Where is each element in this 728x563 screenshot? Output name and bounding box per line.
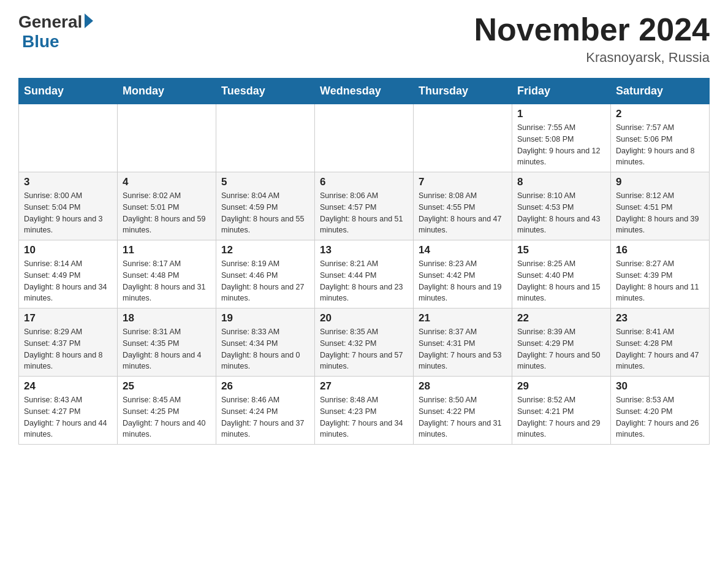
weekday-header-friday: Friday	[512, 79, 611, 104]
logo-blue: Blue	[22, 32, 59, 52]
calendar-week-5: 24Sunrise: 8:43 AMSunset: 4:27 PMDayligh…	[19, 377, 710, 445]
calendar-cell: 13Sunrise: 8:21 AMSunset: 4:44 PMDayligh…	[315, 240, 414, 308]
day-number: 20	[320, 312, 408, 324]
calendar-cell: 8Sunrise: 8:10 AMSunset: 4:53 PMDaylight…	[512, 172, 611, 240]
day-number: 10	[24, 244, 112, 256]
day-info: Sunrise: 8:52 AMSunset: 4:21 PMDaylight:…	[517, 394, 605, 440]
calendar-cell: 17Sunrise: 8:29 AMSunset: 4:37 PMDayligh…	[19, 308, 118, 377]
day-info: Sunrise: 8:29 AMSunset: 4:37 PMDaylight:…	[24, 326, 112, 372]
day-info: Sunrise: 7:57 AMSunset: 5:06 PMDaylight:…	[616, 122, 704, 168]
day-info: Sunrise: 8:39 AMSunset: 4:29 PMDaylight:…	[517, 326, 605, 372]
calendar-cell: 12Sunrise: 8:19 AMSunset: 4:46 PMDayligh…	[216, 240, 315, 308]
day-info: Sunrise: 8:19 AMSunset: 4:46 PMDaylight:…	[221, 258, 309, 304]
calendar-table: SundayMondayTuesdayWednesdayThursdayFrid…	[18, 78, 710, 445]
day-number: 7	[419, 176, 507, 188]
day-info: Sunrise: 8:53 AMSunset: 4:20 PMDaylight:…	[616, 394, 704, 440]
calendar-cell	[414, 104, 512, 172]
calendar-cell: 26Sunrise: 8:46 AMSunset: 4:24 PMDayligh…	[216, 377, 315, 445]
day-number: 25	[123, 380, 211, 393]
day-number: 30	[616, 380, 704, 393]
calendar-week-3: 10Sunrise: 8:14 AMSunset: 4:49 PMDayligh…	[19, 240, 710, 308]
day-number: 28	[419, 380, 507, 393]
calendar-cell: 15Sunrise: 8:25 AMSunset: 4:40 PMDayligh…	[512, 240, 611, 308]
day-number: 27	[320, 380, 408, 393]
day-number: 5	[221, 176, 309, 188]
calendar-cell: 10Sunrise: 8:14 AMSunset: 4:49 PMDayligh…	[19, 240, 118, 308]
day-number: 19	[221, 312, 309, 324]
day-info: Sunrise: 8:08 AMSunset: 4:55 PMDaylight:…	[419, 190, 507, 236]
calendar-cell: 29Sunrise: 8:52 AMSunset: 4:21 PMDayligh…	[512, 377, 611, 445]
day-info: Sunrise: 8:17 AMSunset: 4:48 PMDaylight:…	[123, 258, 211, 304]
day-number: 29	[517, 380, 605, 393]
day-info: Sunrise: 8:48 AMSunset: 4:23 PMDaylight:…	[320, 394, 408, 440]
day-info: Sunrise: 8:12 AMSunset: 4:51 PMDaylight:…	[616, 190, 704, 236]
calendar-cell: 25Sunrise: 8:45 AMSunset: 4:25 PMDayligh…	[118, 377, 216, 445]
weekday-header-wednesday: Wednesday	[315, 79, 414, 104]
day-number: 6	[320, 176, 408, 188]
day-number: 11	[123, 244, 211, 256]
weekday-header-tuesday: Tuesday	[216, 79, 315, 104]
day-info: Sunrise: 8:46 AMSunset: 4:24 PMDaylight:…	[221, 394, 309, 440]
calendar-cell: 21Sunrise: 8:37 AMSunset: 4:31 PMDayligh…	[414, 308, 512, 377]
page-header: General Blue November 2024 Krasnoyarsk, …	[18, 12, 710, 66]
day-info: Sunrise: 8:45 AMSunset: 4:25 PMDaylight:…	[123, 394, 211, 440]
day-info: Sunrise: 8:14 AMSunset: 4:49 PMDaylight:…	[24, 258, 112, 304]
weekday-header-monday: Monday	[118, 79, 216, 104]
day-number: 4	[123, 176, 211, 188]
calendar-cell	[315, 104, 414, 172]
calendar-cell: 19Sunrise: 8:33 AMSunset: 4:34 PMDayligh…	[216, 308, 315, 377]
weekday-header-thursday: Thursday	[414, 79, 512, 104]
day-info: Sunrise: 8:25 AMSunset: 4:40 PMDaylight:…	[517, 258, 605, 304]
logo-general: General	[18, 12, 82, 32]
calendar-week-1: 1Sunrise: 7:55 AMSunset: 5:08 PMDaylight…	[19, 104, 710, 172]
calendar-week-2: 3Sunrise: 8:00 AMSunset: 5:04 PMDaylight…	[19, 172, 710, 240]
day-info: Sunrise: 8:04 AMSunset: 4:59 PMDaylight:…	[221, 190, 309, 236]
calendar-cell: 28Sunrise: 8:50 AMSunset: 4:22 PMDayligh…	[414, 377, 512, 445]
day-info: Sunrise: 8:00 AMSunset: 5:04 PMDaylight:…	[24, 190, 112, 236]
calendar-cell: 23Sunrise: 8:41 AMSunset: 4:28 PMDayligh…	[611, 308, 710, 377]
calendar-cell	[19, 104, 118, 172]
calendar-cell: 11Sunrise: 8:17 AMSunset: 4:48 PMDayligh…	[118, 240, 216, 308]
day-number: 8	[517, 176, 605, 188]
calendar-title: November 2024	[474, 12, 710, 47]
calendar-cell: 22Sunrise: 8:39 AMSunset: 4:29 PMDayligh…	[512, 308, 611, 377]
day-info: Sunrise: 8:21 AMSunset: 4:44 PMDaylight:…	[320, 258, 408, 304]
day-info: Sunrise: 8:02 AMSunset: 5:01 PMDaylight:…	[123, 190, 211, 236]
calendar-cell: 2Sunrise: 7:57 AMSunset: 5:06 PMDaylight…	[611, 104, 710, 172]
calendar-cell: 18Sunrise: 8:31 AMSunset: 4:35 PMDayligh…	[118, 308, 216, 377]
calendar-cell	[216, 104, 315, 172]
day-info: Sunrise: 8:35 AMSunset: 4:32 PMDaylight:…	[320, 326, 408, 372]
calendar-cell: 20Sunrise: 8:35 AMSunset: 4:32 PMDayligh…	[315, 308, 414, 377]
calendar-cell: 4Sunrise: 8:02 AMSunset: 5:01 PMDaylight…	[118, 172, 216, 240]
day-number: 17	[24, 312, 112, 324]
day-info: Sunrise: 8:27 AMSunset: 4:39 PMDaylight:…	[616, 258, 704, 304]
day-number: 3	[24, 176, 112, 188]
day-info: Sunrise: 8:06 AMSunset: 4:57 PMDaylight:…	[320, 190, 408, 236]
day-number: 9	[616, 176, 704, 188]
day-info: Sunrise: 8:43 AMSunset: 4:27 PMDaylight:…	[24, 394, 112, 440]
logo: General Blue	[18, 12, 93, 52]
calendar-cell: 3Sunrise: 8:00 AMSunset: 5:04 PMDaylight…	[19, 172, 118, 240]
day-number: 24	[24, 380, 112, 393]
day-number: 12	[221, 244, 309, 256]
weekday-header-saturday: Saturday	[611, 79, 710, 104]
calendar-subtitle: Krasnoyarsk, Russia	[474, 50, 710, 66]
title-block: November 2024 Krasnoyarsk, Russia	[474, 12, 710, 66]
calendar-cell: 5Sunrise: 8:04 AMSunset: 4:59 PMDaylight…	[216, 172, 315, 240]
day-info: Sunrise: 8:41 AMSunset: 4:28 PMDaylight:…	[616, 326, 704, 372]
weekday-header-sunday: Sunday	[19, 79, 118, 104]
logo-triangle-icon	[85, 13, 93, 28]
day-info: Sunrise: 8:23 AMSunset: 4:42 PMDaylight:…	[419, 258, 507, 304]
calendar-cell: 9Sunrise: 8:12 AMSunset: 4:51 PMDaylight…	[611, 172, 710, 240]
day-number: 1	[517, 108, 605, 120]
day-info: Sunrise: 8:37 AMSunset: 4:31 PMDaylight:…	[419, 326, 507, 372]
calendar-cell: 14Sunrise: 8:23 AMSunset: 4:42 PMDayligh…	[414, 240, 512, 308]
day-number: 23	[616, 312, 704, 324]
day-info: Sunrise: 8:50 AMSunset: 4:22 PMDaylight:…	[419, 394, 507, 440]
day-number: 13	[320, 244, 408, 256]
calendar-cell: 6Sunrise: 8:06 AMSunset: 4:57 PMDaylight…	[315, 172, 414, 240]
day-info: Sunrise: 7:55 AMSunset: 5:08 PMDaylight:…	[517, 122, 605, 168]
calendar-cell: 27Sunrise: 8:48 AMSunset: 4:23 PMDayligh…	[315, 377, 414, 445]
calendar-cell: 7Sunrise: 8:08 AMSunset: 4:55 PMDaylight…	[414, 172, 512, 240]
calendar-week-4: 17Sunrise: 8:29 AMSunset: 4:37 PMDayligh…	[19, 308, 710, 377]
